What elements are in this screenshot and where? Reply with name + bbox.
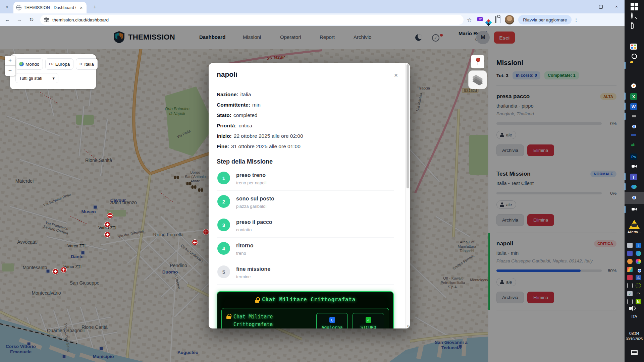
- chrome-active-icon[interactable]: [630, 194, 638, 202]
- site-info-icon[interactable]: [44, 17, 49, 22]
- chat-header-title: Chat Militare Crittografata: [262, 297, 356, 303]
- stream-app-icon[interactable]: [630, 133, 638, 141]
- volume-icon[interactable]: [629, 306, 636, 311]
- chat-refresh-button[interactable]: ↻ Aggiorna: [316, 313, 348, 328]
- window-close-button[interactable]: ×: [614, 4, 619, 9]
- notepad-icon[interactable]: [630, 113, 638, 121]
- window-maximize-button[interactable]: [599, 5, 603, 9]
- tab-search-button[interactable]: ▾: [3, 3, 11, 11]
- map-layers-button[interactable]: [468, 70, 487, 89]
- eu-flag-label: EU: [49, 62, 54, 66]
- clock-time[interactable]: 08:04: [625, 331, 644, 336]
- secure-check-icon: ✓: [366, 317, 371, 323]
- tray-teams-warning-icon[interactable]: [627, 251, 633, 256]
- browser-menu-icon[interactable]: ⋮: [574, 17, 578, 23]
- tray-camera-icon[interactable]: [627, 275, 633, 280]
- file-explorer-icon[interactable]: [630, 62, 638, 70]
- scrollbar-thumb[interactable]: [407, 64, 409, 188]
- chrome-icon[interactable]: [630, 123, 638, 131]
- field-committente: Committente:min: [217, 102, 394, 108]
- start-button[interactable]: [630, 3, 638, 11]
- running-indicator: [625, 113, 626, 120]
- running-indicator: [625, 62, 626, 69]
- encrypted-chat-panel: Chat Militare Crittografata Chat Militar…: [217, 291, 394, 328]
- tab-close-icon[interactable]: ×: [78, 5, 84, 10]
- tray-peel-icon[interactable]: [627, 259, 633, 264]
- tray-nvidia-icon[interactable]: N: [636, 299, 641, 304]
- new-tab-button[interactable]: +: [91, 3, 99, 11]
- browser-tabstrip: ▾ THEMISSION - Dashboard Ope × + — ×: [0, 0, 625, 13]
- window-minimize-button[interactable]: —: [582, 4, 587, 9]
- search-icon[interactable]: [630, 13, 638, 21]
- field-priorita: Priorità:critica: [217, 123, 394, 129]
- modal-scrollbar[interactable]: ▾: [405, 63, 410, 328]
- tray-satellite-icon[interactable]: ◠: [636, 291, 641, 296]
- chat-inner-title: Chat Militare Crittografata: [233, 313, 301, 328]
- back-button[interactable]: ←: [3, 15, 12, 24]
- clock-date[interactable]: 30/10/2025: [625, 337, 644, 341]
- chat-secure-button[interactable]: ✓ SICURO: [353, 313, 384, 328]
- zoom-in-button[interactable]: +: [5, 56, 15, 66]
- forward-button[interactable]: →: [15, 15, 24, 24]
- map-pin-button[interactable]: [471, 55, 484, 68]
- chevron-down-icon: ▾: [52, 76, 55, 81]
- photoshop-icon[interactable]: Ps: [630, 153, 638, 161]
- running-indicator: [625, 206, 626, 213]
- reload-button[interactable]: ↻: [27, 15, 36, 24]
- bookmark-star-icon[interactable]: ☆: [467, 17, 472, 23]
- globe-icon: [19, 62, 24, 66]
- address-bar[interactable]: themission.cloud/dashboard: [40, 15, 464, 25]
- action-center-icon[interactable]: [631, 350, 638, 355]
- remote-desktop-icon[interactable]: [630, 143, 638, 151]
- tray-nvidia-eye-icon[interactable]: [636, 283, 641, 288]
- browser-tab[interactable]: THEMISSION - Dashboard Ope ×: [13, 2, 87, 13]
- media-player-icon[interactable]: [630, 82, 638, 90]
- steps-heading: Step della Missione: [217, 158, 394, 165]
- browser-profile-av atar[interactable]: [505, 15, 514, 24]
- modal-close-icon[interactable]: ×: [394, 72, 398, 79]
- region-button-europa[interactable]: EUEuropa: [45, 58, 73, 70]
- outlook-icon[interactable]: [630, 52, 638, 60]
- excel-icon[interactable]: X: [630, 93, 638, 101]
- tray-shield-warning-icon[interactable]: ⚠: [636, 275, 641, 280]
- edge-icon[interactable]: [630, 32, 638, 40]
- extension-badge-count: 12: [477, 17, 483, 21]
- camera-app-icon[interactable]: [630, 163, 638, 171]
- alert-warning-icon[interactable]: [629, 220, 640, 229]
- layers-icon: [473, 75, 483, 84]
- tray-network-icon[interactable]: [627, 299, 633, 304]
- store-icon[interactable]: [630, 42, 638, 50]
- extensions-puzzle-icon[interactable]: [495, 17, 496, 23]
- firefox-icon[interactable]: [630, 72, 638, 80]
- tray-webex-icon[interactable]: [636, 251, 641, 256]
- field-fine: Fine:31 ottobre 2025 alle ore 01:00: [217, 143, 394, 149]
- map-zoom-control: + −: [5, 56, 15, 76]
- tray-color-wheel-icon[interactable]: [636, 259, 641, 264]
- browser-toolbar: ← → ↻ themission.cloud/dashboard ☆ 12 Ri…: [0, 13, 625, 26]
- browser-update-button[interactable]: Riavvia per aggiornare: [518, 15, 572, 24]
- tray-bluetooth-icon[interactable]: ᛒ: [636, 243, 641, 248]
- mission-step-1: 1 preso treno treno per napoli: [217, 167, 394, 191]
- tray-printer-error-icon[interactable]: [627, 243, 633, 248]
- zoom-out-button[interactable]: −: [5, 66, 15, 76]
- webex-icon[interactable]: [630, 183, 638, 191]
- map-pin-icon: [476, 58, 480, 66]
- state-filter-select[interactable]: Tutti gli stati ▾: [15, 73, 58, 83]
- tray-chrome-icon[interactable]: [636, 267, 641, 272]
- mission-step-2: 2 sono sul posto piazza garibaldi: [217, 191, 394, 214]
- tray-printer-ok-icon[interactable]: ✓: [627, 291, 633, 296]
- tray-bars-icon[interactable]: [627, 267, 633, 272]
- word-icon[interactable]: W: [630, 103, 638, 111]
- region-button-italia[interactable]: ITItalia: [76, 58, 98, 70]
- mission-step-3: 3 preso il pacco contatto: [217, 214, 394, 238]
- screen: Rione SanitàMaterdeiAvvocataMontesantoSa…: [0, 0, 644, 362]
- tray-usb-icon[interactable]: [627, 283, 633, 288]
- task-view-icon[interactable]: [630, 23, 638, 31]
- keyboard-language[interactable]: ITA: [625, 314, 644, 318]
- recorder-icon[interactable]: [630, 206, 638, 214]
- running-indicator: [625, 103, 626, 110]
- teams-icon[interactable]: T: [630, 173, 638, 181]
- region-button-mondo[interactable]: Mondo: [15, 58, 43, 70]
- step-number: 3: [217, 219, 230, 231]
- it-flag-label: IT: [79, 62, 83, 66]
